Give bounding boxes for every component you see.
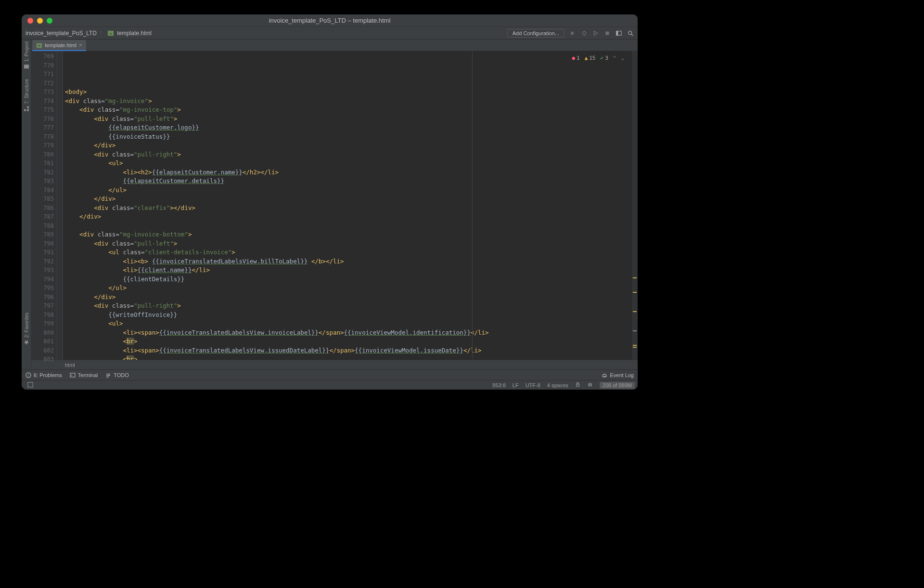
svg-line-9 bbox=[631, 34, 633, 36]
prev-highlight-icon[interactable]: ⌃ bbox=[613, 54, 616, 63]
error-count: 1 bbox=[577, 54, 580, 63]
svg-rect-20 bbox=[106, 375, 110, 376]
svg-point-8 bbox=[629, 31, 632, 34]
svg-rect-24 bbox=[577, 384, 579, 387]
window-controls bbox=[22, 18, 52, 24]
inspections-widget[interactable]: ●1 ▲15 ✔3 ⌃ ⌄ bbox=[570, 53, 626, 64]
breadcrumb-file[interactable]: template.html bbox=[117, 30, 152, 37]
svg-rect-5 bbox=[606, 31, 609, 35]
window-title: invoice_template_PoS_LTD – template.html bbox=[22, 17, 638, 24]
indent-settings[interactable]: 4 spaces bbox=[547, 382, 568, 388]
svg-rect-23 bbox=[28, 382, 33, 387]
svg-rect-10 bbox=[24, 65, 29, 68]
warning-count: 15 bbox=[589, 54, 595, 63]
close-tab-icon[interactable]: × bbox=[79, 42, 82, 49]
chevron-right-icon: 〉 bbox=[100, 30, 104, 37]
editor-tab-label: template.html bbox=[45, 42, 77, 48]
warning-icon: ▲ bbox=[585, 54, 588, 63]
svg-rect-13 bbox=[27, 106, 29, 108]
svg-text:H: H bbox=[38, 44, 40, 47]
element-breadcrumb[interactable]: html bbox=[31, 360, 638, 369]
todo-tool-button[interactable]: TODO bbox=[105, 372, 129, 378]
event-log-button[interactable]: Event Log bbox=[602, 372, 634, 378]
navigation-bar: invoice_template_PoS_LTD 〉 H template.ht… bbox=[22, 27, 638, 39]
left-tool-strip: 1: Project 7: Structure 2: Favorites bbox=[22, 39, 31, 369]
weak-warning-icon: ✔ bbox=[601, 54, 604, 63]
structure-tool-label: 7: Structure bbox=[24, 79, 29, 104]
titlebar: invoice_template_PoS_LTD – template.html bbox=[22, 14, 638, 27]
svg-rect-22 bbox=[604, 377, 605, 378]
svg-rect-18 bbox=[70, 373, 75, 377]
editor-tab-template[interactable]: H template.html × bbox=[32, 40, 86, 51]
ide-window: invoice_template_PoS_LTD – template.html… bbox=[22, 14, 638, 390]
close-window-button[interactable] bbox=[27, 18, 33, 24]
svg-rect-7 bbox=[616, 31, 618, 35]
svg-point-26 bbox=[590, 383, 590, 384]
svg-rect-11 bbox=[27, 109, 29, 111]
weak-warning-count: 3 bbox=[605, 54, 608, 63]
event-log-label: Event Log bbox=[610, 372, 634, 378]
project-tool-label: 1: Project bbox=[24, 41, 29, 62]
right-margin-guide bbox=[472, 51, 473, 360]
editor-area: H template.html × 7697707717727737747757… bbox=[31, 39, 638, 369]
bottom-tool-bar: ! 6: Problems Terminal TODO Event Log bbox=[22, 369, 638, 380]
svg-rect-12 bbox=[24, 109, 26, 111]
project-tool-button[interactable]: 1: Project bbox=[24, 41, 29, 69]
fold-gutter[interactable] bbox=[57, 51, 63, 360]
favorites-tool-label: 2: Favorites bbox=[24, 313, 29, 338]
run-with-coverage-icon[interactable] bbox=[592, 30, 599, 37]
error-icon: ● bbox=[572, 54, 575, 63]
stop-icon[interactable] bbox=[604, 30, 611, 37]
svg-text:H: H bbox=[110, 31, 112, 35]
error-stripe[interactable] bbox=[632, 51, 638, 360]
status-bar: 853:8 LF UTF-8 4 spaces 206 of 989M bbox=[22, 380, 638, 390]
file-encoding[interactable]: UTF-8 bbox=[526, 382, 540, 388]
breadcrumb-project[interactable]: invoice_template_PoS_LTD bbox=[26, 30, 97, 37]
debug-icon[interactable] bbox=[581, 30, 588, 37]
readonly-icon[interactable] bbox=[575, 382, 580, 388]
html-file-icon: H bbox=[36, 42, 42, 49]
inspection-profile-icon[interactable] bbox=[587, 382, 593, 389]
editor-tab-bar: H template.html × bbox=[31, 39, 638, 51]
editor-body-row: 1: Project 7: Structure 2: Favorites H t bbox=[22, 39, 638, 369]
minimize-window-button[interactable] bbox=[37, 18, 43, 24]
code-editor[interactable]: ●1 ▲15 ✔3 ⌃ ⌄ <body><div class="mg-invoi… bbox=[63, 51, 632, 360]
svg-rect-21 bbox=[106, 377, 109, 378]
quick-access-icon[interactable] bbox=[25, 382, 33, 389]
svg-rect-19 bbox=[106, 374, 110, 375]
run-icon[interactable] bbox=[569, 30, 576, 37]
todo-tool-label: TODO bbox=[114, 372, 129, 378]
memory-indicator[interactable]: 206 of 989M bbox=[600, 382, 635, 389]
favorites-tool-button[interactable]: 2: Favorites bbox=[24, 313, 29, 345]
cursor-position[interactable]: 853:8 bbox=[492, 382, 506, 388]
layout-settings-icon[interactable] bbox=[616, 30, 622, 37]
search-everywhere-icon[interactable] bbox=[627, 30, 634, 37]
svg-text:!: ! bbox=[28, 373, 29, 378]
line-number-gutter[interactable]: 7697707717727737747757767777787797807817… bbox=[31, 51, 57, 360]
line-separator[interactable]: LF bbox=[513, 382, 519, 388]
html-file-icon: H bbox=[107, 30, 114, 37]
zoom-window-button[interactable] bbox=[47, 18, 52, 24]
element-breadcrumb-item[interactable]: html bbox=[65, 362, 75, 368]
terminal-tool-label: Terminal bbox=[78, 372, 98, 378]
next-highlight-icon[interactable]: ⌄ bbox=[621, 54, 624, 63]
toolbar-right: Add Configuration... bbox=[507, 29, 634, 38]
terminal-tool-button[interactable]: Terminal bbox=[70, 372, 98, 378]
add-configuration-button[interactable]: Add Configuration... bbox=[507, 29, 565, 38]
breadcrumb[interactable]: invoice_template_PoS_LTD 〉 H template.ht… bbox=[26, 30, 505, 37]
svg-point-2 bbox=[583, 31, 586, 35]
structure-tool-button[interactable]: 7: Structure bbox=[24, 79, 29, 112]
problems-tool-label: 6: Problems bbox=[34, 372, 62, 378]
editor-body: 7697707717727737747757767777787797807817… bbox=[31, 51, 638, 360]
problems-tool-button[interactable]: ! 6: Problems bbox=[26, 372, 62, 378]
